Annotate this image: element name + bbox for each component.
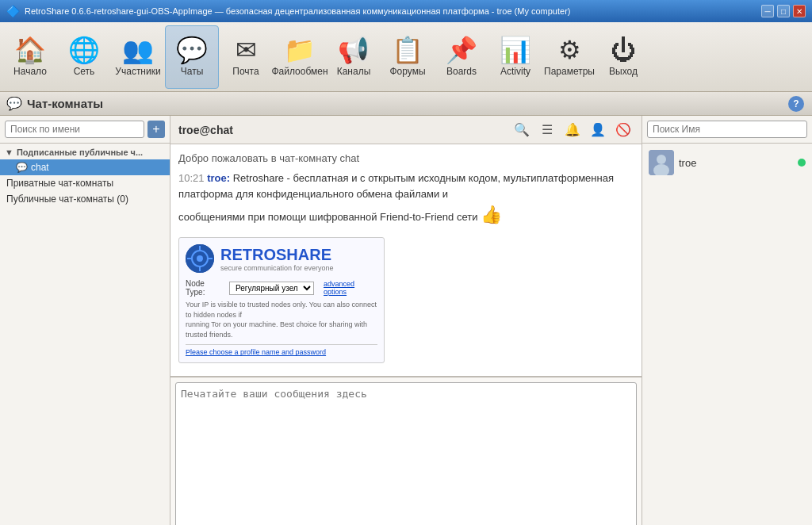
page-title: Чат-комнаты	[27, 97, 103, 110]
rs-logo: RETROSHARE secure communication for ever…	[186, 244, 377, 273]
toolbar-activity-label: Activity	[500, 66, 530, 77]
tree-expand-icon: ▼	[5, 148, 13, 157]
chat-search-icon: 🔍	[514, 122, 530, 137]
toolbar-network-label: Сеть	[74, 66, 95, 77]
chat-input[interactable]	[175, 382, 637, 525]
toolbar-files-label: Файлообмен	[271, 66, 327, 77]
user-name: troe	[679, 157, 793, 169]
right-sidebar: troe	[642, 116, 812, 525]
toolbar-channels[interactable]: 📢 Каналы	[327, 25, 381, 89]
toolbar-boards[interactable]: 📌 Boards	[435, 25, 488, 89]
minimize-button[interactable]: ─	[761, 5, 774, 17]
activity-icon: 📊	[500, 37, 531, 63]
message-content-2: сообщениями при помощи шифрованной Frien…	[178, 211, 481, 223]
toolbar-forums-label: Форумы	[389, 66, 425, 77]
home-icon: 🏠	[14, 37, 46, 63]
chat-close-button[interactable]: 🚫	[613, 120, 634, 140]
toolbar-settings[interactable]: ⚙ Параметры	[542, 25, 596, 89]
toolbar-boards-label: Boards	[446, 66, 477, 77]
exit-icon: ⏻	[611, 37, 636, 63]
toolbar-chat[interactable]: 💬 Чаты	[165, 25, 219, 89]
chat-menu-button[interactable]: ☰	[537, 120, 557, 140]
channels-icon: 📢	[338, 37, 370, 63]
left-search-input[interactable]	[5, 121, 144, 138]
subscribed-public-header[interactable]: ▼ Подписанные публичные ч...	[0, 145, 170, 159]
chat-header: troe@chat 🔍 ☰ 🔔 👤 🚫	[170, 116, 642, 144]
rs-logo-text: RETROSHARE	[220, 246, 334, 264]
chat-actions: 🔍 ☰ 🔔 👤 🚫	[511, 120, 634, 140]
chat-bell-icon: 🔔	[565, 122, 580, 137]
rs-password-link[interactable]: Please choose a profile name and passwor…	[186, 348, 377, 356]
content-layout: + ▼ Подписанные публичные ч... 💬 chat Пр…	[0, 116, 812, 525]
toolbar-forums[interactable]: 📋 Форумы	[381, 25, 435, 89]
chat-area: troe@chat 🔍 ☰ 🔔 👤 🚫	[170, 116, 642, 525]
chat-users-button[interactable]: 👤	[588, 120, 608, 140]
chat-search-button[interactable]: 🔍	[511, 120, 532, 140]
toolbar-exit-label: Выход	[609, 66, 638, 77]
chat-users-icon: 👤	[590, 122, 606, 137]
room-tree: ▼ Подписанные публичные ч... 💬 chat Прив…	[0, 144, 170, 525]
sidebar-item-private[interactable]: Приватные чат-комнаты	[0, 175, 170, 191]
svg-point-2	[197, 255, 203, 262]
message-content: Retroshare - бесплатная и с открытым исх…	[178, 172, 614, 200]
toolbar-settings-label: Параметры	[544, 66, 595, 77]
page-header: 💬 Чат-комнаты ?	[0, 92, 812, 116]
rs-form-label: Node Type:	[186, 279, 224, 297]
toolbar-home[interactable]: 🏠 Начало	[3, 25, 57, 89]
main-toolbar: 🏠 Начало 🌐 Сеть 👥 Участники 💬 Чаты ✉ Поч…	[0, 22, 812, 92]
thumbup-emoji: 👍	[481, 205, 502, 224]
rs-advanced-link[interactable]: advanced options	[324, 280, 377, 296]
toolbar-network[interactable]: 🌐 Сеть	[57, 25, 111, 89]
right-search-bar	[642, 116, 812, 144]
maximize-button[interactable]: □	[777, 5, 790, 17]
chat-close-icon: 🚫	[615, 122, 631, 137]
user-list: troe	[642, 144, 812, 182]
app-logo-icon: 🔷	[6, 5, 20, 17]
toolbar-people[interactable]: 👥 Участники	[111, 25, 165, 89]
left-search-bar: +	[0, 116, 170, 144]
toolbar-exit[interactable]: ⏻ Выход	[596, 25, 650, 89]
chat-room-icon: 💬	[16, 162, 28, 173]
chat-input-area: 😊 🎨 🖼 📎 Ⓐ ➤	[170, 377, 642, 525]
chat-room-label: chat	[31, 162, 49, 173]
avatar	[649, 150, 674, 175]
rs-form-select[interactable]: Регулярный узел	[229, 282, 314, 295]
rs-desc-1: Your IP is visible to trusted nodes only…	[186, 300, 377, 320]
toolbar-files[interactable]: 📁 Файлообмен	[273, 25, 327, 89]
right-search-input[interactable]	[647, 121, 807, 138]
sidebar-item-chat[interactable]: 💬 chat	[0, 159, 170, 175]
svg-point-8	[657, 155, 666, 164]
close-button[interactable]: ✕	[793, 5, 806, 17]
toolbar-activity[interactable]: 📊 Activity	[488, 25, 542, 89]
message-user: troe:	[207, 172, 230, 184]
mail-icon: ✉	[236, 37, 257, 63]
toolbar-channels-label: Каналы	[337, 66, 371, 77]
boards-icon: 📌	[446, 37, 477, 63]
toolbar-chat-label: Чаты	[181, 66, 204, 77]
user-status-dot	[798, 159, 806, 167]
settings-icon: ⚙	[558, 37, 581, 63]
window-title: RetroShare 0.6.6-retroshare-gui-OBS-AppI…	[25, 6, 570, 16]
rs-form-row: Node Type: Регулярный узел advanced opti…	[186, 279, 377, 297]
title-bar: 🔷 RetroShare 0.6.6-retroshare-gui-OBS-Ap…	[0, 0, 812, 22]
user-item[interactable]: troe	[645, 147, 809, 178]
toolbar-home-label: Начало	[13, 66, 47, 77]
subscribed-label: Подписанные публичные ч...	[17, 148, 143, 157]
sidebar-item-public[interactable]: Публичные чат-комнаты (0)	[0, 191, 170, 207]
network-icon: 🌐	[68, 37, 100, 63]
toolbar-people-label: Участники	[115, 66, 160, 77]
chat-menu-icon: ☰	[542, 122, 553, 137]
welcome-message: Добро пожаловать в чат-комнату chat	[178, 152, 634, 164]
add-room-button[interactable]: +	[147, 121, 165, 138]
chat-messages: Добро пожаловать в чат-комнату chat 10:2…	[170, 144, 642, 377]
chat-message: 10:21 troe: Retroshare - бесплатная и с …	[178, 171, 634, 228]
rs-logo-icon	[186, 244, 214, 273]
message-time: 10:21	[178, 172, 207, 184]
toolbar-mail-label: Почта	[232, 66, 259, 77]
rs-tagline: secure communication for everyone	[220, 264, 334, 272]
help-icon[interactable]: ?	[788, 96, 804, 112]
toolbar-mail[interactable]: ✉ Почта	[219, 25, 273, 89]
private-rooms-label: Приватные чат-комнаты	[6, 178, 113, 189]
chat-bell-button[interactable]: 🔔	[562, 120, 583, 140]
chat-room-title: troe@chat	[178, 124, 233, 136]
